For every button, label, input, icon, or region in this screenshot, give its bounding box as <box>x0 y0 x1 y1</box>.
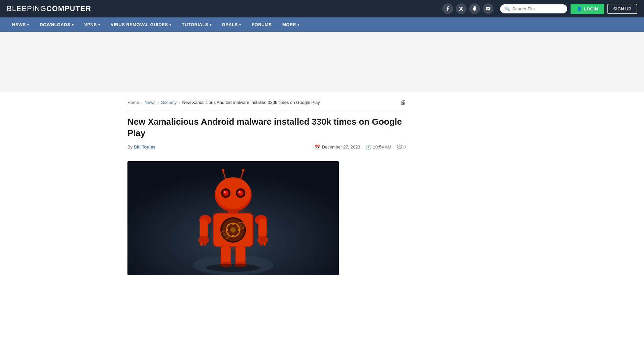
signup-button[interactable]: SIGN UP <box>607 4 637 14</box>
svg-rect-41 <box>200 219 208 238</box>
search-bar: 🔍 <box>500 4 567 13</box>
chevron-down-icon: ▾ <box>27 23 29 26</box>
svg-rect-44 <box>204 242 206 246</box>
chevron-down-icon: ▾ <box>98 23 100 26</box>
svg-rect-52 <box>264 242 266 246</box>
facebook-icon[interactable] <box>442 3 453 14</box>
logo-text-bold: COMPUTER <box>46 4 91 13</box>
search-icon: 🔍 <box>505 6 510 11</box>
svg-rect-51 <box>260 242 262 246</box>
svg-rect-45 <box>201 242 203 246</box>
comment-count[interactable]: 💬 0 <box>397 144 406 149</box>
svg-point-49 <box>257 236 268 244</box>
comment-number: 0 <box>404 144 406 149</box>
header-right: 🔍 👤 LOGIN SIGN UP <box>442 3 637 14</box>
ad-banner <box>0 32 644 92</box>
author-link[interactable]: Bill Toulas <box>134 144 156 149</box>
login-label: LOGIN <box>584 6 598 11</box>
clock-icon: 🕐 <box>366 144 371 150</box>
main-container: Home › News › Security › New Xamalicious… <box>121 92 523 282</box>
breadcrumb-current: New Xamalicious Android malware installe… <box>182 100 320 105</box>
svg-point-16 <box>224 191 226 193</box>
breadcrumb-home[interactable]: Home <box>127 100 139 105</box>
site-logo[interactable]: BLEEPINGCOMPUTER <box>7 4 91 13</box>
login-button[interactable]: 👤 LOGIN <box>571 4 604 14</box>
svg-point-38 <box>221 218 245 242</box>
breadcrumb-news[interactable]: News <box>145 100 156 105</box>
breadcrumb-security[interactable]: Security <box>161 100 177 105</box>
chevron-down-icon: ▾ <box>298 23 300 26</box>
breadcrumb: Home › News › Security › New Xamalicious… <box>127 99 406 111</box>
nav-downloads[interactable]: DOWNLOADS ▾ <box>35 17 79 32</box>
svg-point-17 <box>238 191 240 193</box>
svg-point-9 <box>242 169 245 172</box>
social-icons <box>442 3 493 14</box>
main-nav: NEWS ▾ DOWNLOADS ▾ VPNS ▾ VIRUS REMOVAL … <box>0 17 644 32</box>
author-prefix: By <box>127 144 132 149</box>
nav-tutorials[interactable]: TUTORIALS ▾ <box>176 17 217 32</box>
nav-news[interactable]: NEWS ▾ <box>7 17 35 32</box>
search-input[interactable] <box>512 6 562 11</box>
user-icon: 👤 <box>577 6 582 11</box>
chevron-down-icon: ▾ <box>72 23 74 26</box>
breadcrumb-sep-1: › <box>141 100 143 105</box>
nav-forums[interactable]: FORUMS <box>246 17 277 32</box>
meta-right: 📅 December 27, 2023 🕐 10:54 AM 💬 0 <box>315 144 406 150</box>
breadcrumb-sep-2: › <box>158 100 159 105</box>
chevron-down-icon: ▾ <box>210 23 212 26</box>
svg-rect-48 <box>259 219 266 238</box>
chevron-down-icon: ▾ <box>169 23 171 26</box>
article-time: 10:54 AM <box>373 144 391 149</box>
logo-text-light: BLEEPING <box>7 4 46 13</box>
svg-point-0 <box>473 7 476 11</box>
breadcrumb-sep-3: › <box>179 100 180 105</box>
mastodon-icon[interactable] <box>469 3 480 14</box>
twitter-icon[interactable] <box>456 3 467 14</box>
nav-deals[interactable]: DEALS ▾ <box>217 17 246 32</box>
article-section: Home › News › Security › New Xamalicious… <box>127 99 406 275</box>
nav-vpns[interactable]: VPNS ▾ <box>79 17 105 32</box>
calendar-icon: 📅 <box>315 144 320 150</box>
breadcrumb-left: Home › News › Security › New Xamalicious… <box>127 100 320 105</box>
svg-rect-56 <box>236 246 245 263</box>
svg-point-7 <box>222 169 224 172</box>
signup-label: SIGN UP <box>613 6 631 11</box>
print-icon[interactable]: 🖨 <box>400 99 406 106</box>
author-line: By Bill Toulas <box>127 144 156 149</box>
youtube-icon[interactable] <box>483 3 493 14</box>
sidebar <box>416 99 517 275</box>
chevron-down-icon: ▾ <box>239 23 241 26</box>
nav-more[interactable]: MORE ▾ <box>277 17 305 32</box>
svg-point-42 <box>198 236 209 244</box>
article-title: New Xamalicious Android malware installe… <box>127 116 406 139</box>
svg-point-11 <box>216 177 251 209</box>
site-header: BLEEPINGCOMPUTER 🔍 👤 LOGIN SIGN UP <box>0 0 644 17</box>
nav-virus-removal[interactable]: VIRUS REMOVAL GUIDES ▾ <box>105 17 176 32</box>
article-date: December 27, 2023 <box>322 144 360 149</box>
comment-icon: 💬 <box>397 144 402 149</box>
svg-rect-54 <box>221 246 230 263</box>
article-hero-image <box>127 161 339 275</box>
svg-point-59 <box>206 264 260 272</box>
time-item: 🕐 10:54 AM <box>366 144 391 150</box>
svg-point-15 <box>237 190 244 196</box>
article-meta: By Bill Toulas 📅 December 27, 2023 🕐 10:… <box>127 144 406 155</box>
svg-point-14 <box>222 190 229 196</box>
date-item: 📅 December 27, 2023 <box>315 144 360 150</box>
